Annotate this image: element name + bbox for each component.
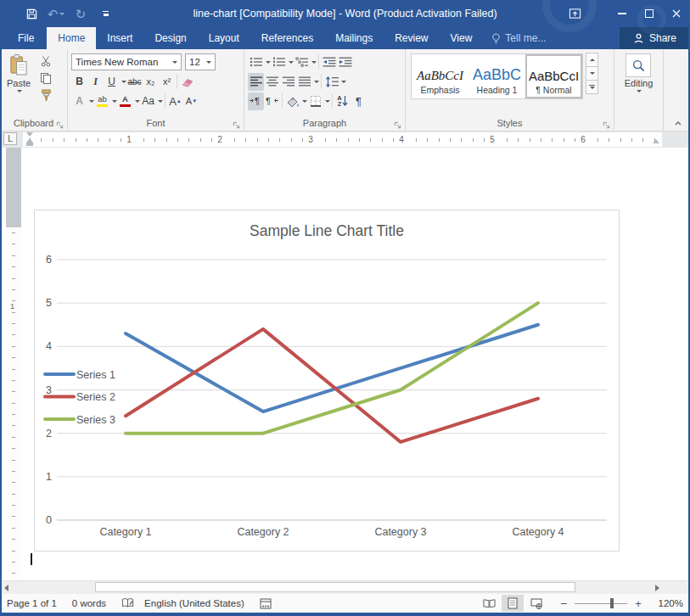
font-name-combo[interactable]: Times New Roman: [71, 53, 182, 70]
tab-references[interactable]: References: [250, 27, 324, 49]
numbering-button[interactable]: [271, 53, 287, 71]
zoom-slider-thumb[interactable]: [610, 598, 614, 608]
tab-file[interactable]: File: [5, 27, 47, 49]
shrink-font-button[interactable]: A▼: [183, 92, 199, 110]
increase-indent-button[interactable]: [337, 53, 353, 71]
bullets-button[interactable]: [248, 53, 264, 71]
shading-button[interactable]: [284, 92, 300, 110]
editing-button[interactable]: [625, 53, 651, 77]
right-indent-marker[interactable]: [653, 139, 659, 143]
maximize-button[interactable]: [636, 0, 663, 27]
change-case-button[interactable]: Aa: [140, 92, 156, 110]
align-center-button[interactable]: [264, 73, 280, 91]
tab-selector-button[interactable]: L: [3, 132, 17, 145]
tab-mailings[interactable]: Mailings: [324, 27, 384, 49]
read-mode-button[interactable]: [478, 595, 500, 612]
tell-me-box[interactable]: Tell me...: [483, 27, 554, 49]
justify-caret-icon[interactable]: [314, 81, 319, 83]
category-label: Category 4: [512, 526, 564, 538]
save-button[interactable]: [24, 6, 39, 21]
tab-insert[interactable]: Insert: [96, 27, 143, 49]
collapse-ribbon-button[interactable]: [673, 119, 683, 127]
text-effects-button[interactable]: A: [71, 92, 87, 110]
clipboard-dialog-launcher[interactable]: [56, 121, 64, 129]
multilevel-caret-icon[interactable]: [311, 61, 317, 64]
zoom-out-button[interactable]: −: [558, 596, 569, 610]
scroll-left-arrow[interactable]: [4, 585, 8, 591]
horizontal-scrollbar-thumb[interactable]: [95, 582, 575, 592]
decrease-indent-button[interactable]: [321, 53, 337, 71]
paragraph-dialog-launcher[interactable]: [394, 121, 401, 129]
style-heading-1[interactable]: AaBbC Heading 1: [468, 54, 525, 98]
horizontal-scrollbar[interactable]: [0, 580, 690, 594]
web-layout-button[interactable]: [525, 595, 547, 612]
underline-button[interactable]: U: [104, 73, 120, 91]
word-count[interactable]: 0 words: [72, 598, 106, 608]
styles-scroll-down-button[interactable]: [586, 66, 598, 81]
bold-button[interactable]: B: [71, 73, 87, 91]
close-button[interactable]: [663, 0, 690, 27]
show-hide-pilcrow-button[interactable]: ¶: [351, 92, 367, 110]
copy-button[interactable]: [36, 70, 56, 87]
font-color-button[interactable]: A: [117, 92, 133, 110]
zoom-level[interactable]: 120%: [654, 598, 683, 608]
justify-button[interactable]: [296, 73, 312, 91]
align-left-button[interactable]: [248, 73, 264, 91]
font-size-combo[interactable]: 12: [185, 53, 216, 70]
borders-caret-icon[interactable]: [325, 100, 330, 103]
macro-button[interactable]: [260, 598, 272, 609]
rtl-text-direction-button[interactable]: ¶: [264, 92, 280, 110]
tab-layout[interactable]: Layout: [198, 27, 250, 49]
ribbon-display-options-button[interactable]: [561, 0, 588, 27]
minimize-button[interactable]: [609, 0, 636, 27]
borders-button[interactable]: [307, 92, 323, 110]
scroll-right-arrow[interactable]: [655, 585, 659, 591]
format-painter-button[interactable]: [36, 87, 56, 104]
legend-label: Series 3: [76, 414, 115, 426]
zoom-slider[interactable]: [575, 597, 627, 609]
superscript-button[interactable]: x²: [159, 73, 175, 91]
italic-button[interactable]: I: [87, 73, 104, 91]
share-button[interactable]: Share: [620, 27, 690, 49]
highlight-button[interactable]: ab: [94, 92, 110, 110]
tab-view[interactable]: View: [440, 27, 484, 49]
align-right-button[interactable]: [280, 73, 296, 91]
cut-button[interactable]: [36, 53, 56, 70]
multilevel-list-button[interactable]: [294, 53, 310, 71]
print-layout-button[interactable]: [502, 595, 524, 612]
line-spacing-button[interactable]: [323, 73, 339, 91]
zoom-in-button[interactable]: +: [632, 597, 644, 610]
vertical-ruler[interactable]: 1: [6, 148, 21, 580]
style-emphasis[interactable]: AaBbCcI Emphasis: [412, 54, 468, 98]
paste-button[interactable]: Paste: [2, 51, 36, 117]
undo-dropdown-caret[interactable]: [59, 13, 65, 15]
customize-qat-button[interactable]: [98, 6, 113, 21]
font-dialog-launcher[interactable]: [233, 121, 240, 129]
subscript-button[interactable]: x₂: [143, 73, 159, 91]
chart-object[interactable]: Sample Line Chart Title0123456Category 1…: [34, 210, 620, 552]
horizontal-ruler[interactable]: 123456: [23, 132, 662, 147]
styles-dialog-launcher[interactable]: [603, 121, 610, 129]
styles-scroll-up-button[interactable]: [586, 53, 598, 67]
document-area[interactable]: 1 Sample Line Chart Title0123456Category…: [0, 148, 690, 580]
styles-more-button[interactable]: [586, 80, 598, 94]
strikethrough-button[interactable]: abc: [126, 73, 143, 91]
line-spacing-caret-icon[interactable]: [341, 81, 346, 83]
sort-button[interactable]: AZ: [334, 92, 351, 110]
ltr-text-direction-button[interactable]: ¶: [248, 92, 264, 110]
tab-home[interactable]: Home: [47, 27, 96, 49]
line-spacing-icon: [325, 76, 339, 87]
undo-button[interactable]: ↶: [48, 6, 64, 21]
page-indicator[interactable]: Page 1 of 1: [7, 598, 57, 608]
clear-formatting-button[interactable]: [179, 73, 195, 91]
left-indent-marker[interactable]: [26, 143, 33, 146]
grow-font-button[interactable]: A▲: [167, 92, 183, 110]
tab-review[interactable]: Review: [384, 27, 439, 49]
tab-design[interactable]: Design: [143, 27, 197, 49]
change-case-caret-icon[interactable]: [158, 100, 163, 103]
first-line-indent-marker[interactable]: [26, 132, 33, 137]
proofing-status-button[interactable]: [121, 597, 134, 609]
redo-button[interactable]: ↻: [73, 6, 88, 21]
style-normal[interactable]: AaBbCcI ¶ Normal: [525, 54, 582, 98]
language-indicator[interactable]: English (United States): [144, 598, 244, 608]
